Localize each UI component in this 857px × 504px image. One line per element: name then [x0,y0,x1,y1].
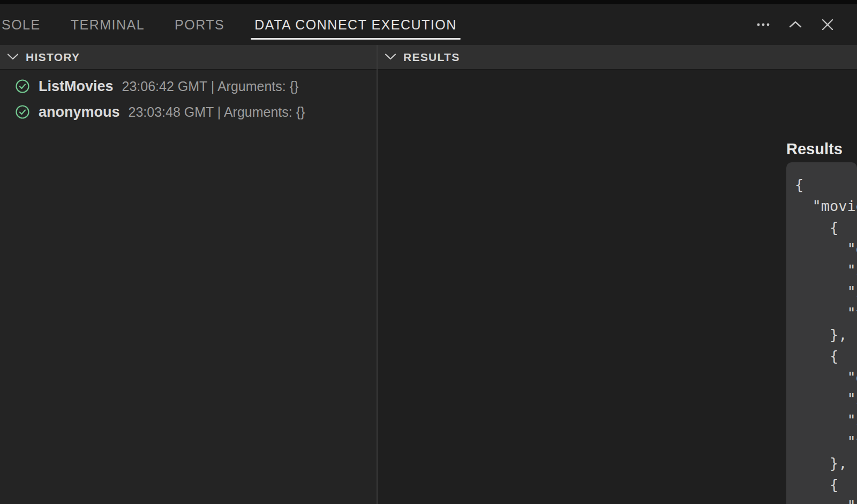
results-section-title: RESULTS [403,51,460,64]
history-item-anonymous[interactable]: anonymous 23:03:48 GMT | Arguments: {} [0,99,377,125]
panel-tab-bar: SOLE TERMINAL PORTS DATA CONNECT EXECUTI… [0,4,857,45]
history-item-meta: 23:03:48 GMT | Arguments: {} [129,104,305,120]
history-list: ListMovies 23:06:42 GMT | Arguments: {} … [0,70,377,125]
tab-terminal[interactable]: TERMINAL [71,4,145,45]
editor-boundary-strip [0,0,857,4]
tab-console-clipped[interactable]: SOLE [2,4,41,45]
panel-body: HISTORY ListMovies 23:06:42 GMT | Argume… [0,45,857,504]
json-code: { "movies": [ { "genre": "sci-fi", "id":… [786,162,857,504]
history-item-name: anonymous [39,104,120,121]
history-section-title: HISTORY [26,51,80,64]
results-json-output[interactable]: { "movies": [ { "genre": "sci-fi", "id":… [786,162,857,504]
chevron-down-icon [7,52,19,62]
more-actions-icon[interactable] [755,17,771,33]
results-section-header[interactable]: RESULTS [378,45,857,70]
panel-actions [755,17,836,33]
history-item-meta: 23:06:42 GMT | Arguments: {} [122,79,299,94]
success-check-circle-icon [15,79,30,94]
results-pane: RESULTS Results { "movies": [ { "genre":… [378,45,857,504]
panel-tabs: SOLE TERMINAL PORTS DATA CONNECT EXECUTI… [2,4,457,45]
history-item-listmovies[interactable]: ListMovies 23:06:42 GMT | Arguments: {} [0,73,377,99]
chevron-down-icon [385,52,396,62]
history-pane: HISTORY ListMovies 23:06:42 GMT | Argume… [0,45,377,504]
data-connect-execution-panel: SOLE TERMINAL PORTS DATA CONNECT EXECUTI… [0,0,857,504]
close-panel-icon[interactable] [820,17,836,33]
results-heading: Results [786,140,843,158]
maximize-panel-icon[interactable] [787,17,803,33]
tab-ports[interactable]: PORTS [175,4,224,45]
history-item-name: ListMovies [39,78,114,95]
tab-data-connect-execution[interactable]: DATA CONNECT EXECUTION [254,4,456,45]
history-section-header[interactable]: HISTORY [0,45,377,70]
success-check-circle-icon [15,104,30,119]
